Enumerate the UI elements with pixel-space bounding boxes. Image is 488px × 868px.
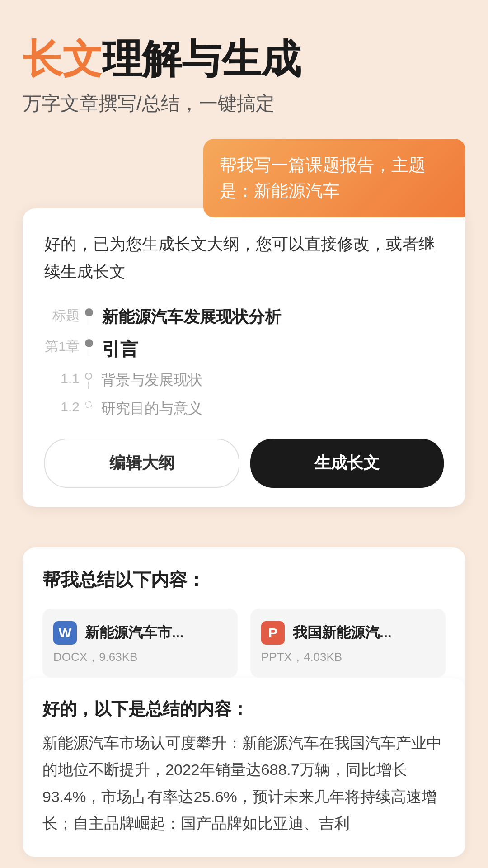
user-bubble-text: 帮我写一篇课题报告，主题是：新能源汽车	[220, 156, 426, 200]
ppt-icon: P	[261, 621, 285, 645]
action-buttons: 编辑大纲 生成长文	[44, 439, 444, 488]
summary-result-label: 好的，以下是总结的内容：	[42, 698, 446, 721]
file-cards-row: W 新能源汽车市... DOCX，9.63KB P	[42, 609, 446, 678]
hero-title: 长文理解与生成	[23, 36, 465, 82]
hero-subtitle: 万字文章撰写/总结，一键搞定	[23, 91, 465, 116]
file1-name: 新能源汽车市...	[85, 623, 184, 643]
file2-name: 我国新能源汽...	[293, 623, 392, 643]
sections-wrapper: 帮我写一篇课题报告，主题是：新能源汽车 好的，已为您生成长文大纲，您可以直接修改…	[23, 139, 465, 857]
file1-meta: DOCX，9.63KB	[53, 649, 227, 665]
outline-dot-ch1	[85, 339, 93, 347]
outline-dot-title	[85, 308, 93, 316]
page-container: 长文理解与生成 万字文章撰写/总结，一键搞定 帮我写一篇课题报告，主题是：新能源…	[0, 0, 488, 868]
file-card-1-header: W 新能源汽车市...	[53, 621, 227, 645]
chat-section: 帮我写一篇课题报告，主题是：新能源汽车 好的，已为您生成长文大纲，您可以直接修改…	[23, 139, 465, 506]
outline-title-value: 新能源汽车发展现状分析	[102, 306, 281, 328]
generate-button[interactable]: 生成长文	[250, 439, 444, 488]
outline-row-sub11: 1.1 背景与发展现状	[44, 370, 444, 390]
hero-section: 长文理解与生成 万字文章撰写/总结，一键搞定	[23, 36, 465, 116]
user-bubble: 帮我写一篇课题报告，主题是：新能源汽车	[203, 139, 465, 217]
edit-outline-button[interactable]: 编辑大纲	[44, 439, 239, 488]
outline-dot-sub11	[85, 373, 92, 380]
hero-title-dark: 理解与生成	[102, 37, 301, 81]
summary-result-card: 好的，以下是总结的内容： 新能源汽车市场认可度攀升：新能源汽车在我国汽车产业中的…	[23, 678, 465, 857]
file-card-1: W 新能源汽车市... DOCX，9.63KB	[42, 609, 238, 678]
file-card-2-header: P 我国新能源汽...	[261, 621, 435, 645]
outline-sub11-value: 背景与发展现状	[101, 370, 202, 390]
outline-sub12-value: 研究目的与意义	[101, 398, 202, 419]
outline-list: 标题 新能源汽车发展现状分析 第1章	[44, 306, 444, 419]
bottom-cards-section: 帮我总结以下内容： W 新能源汽车市... DOCX，9.63KB	[23, 547, 465, 857]
file2-meta: PPTX，4.03KB	[261, 649, 435, 665]
file-card-2: P 我国新能源汽... PPTX，4.03KB	[250, 609, 446, 678]
summary-result-text: 新能源汽车市场认可度攀升：新能源汽车在我国汽车产业中的地位不断提升，2022年销…	[42, 730, 446, 837]
outline-label-sub12: 1.2	[44, 398, 85, 415]
word-icon: W	[53, 621, 77, 645]
ai-card: 好的，已为您生成长文大纲，您可以直接修改，或者继续生成长文 标题 新能源汽车发展…	[23, 208, 465, 506]
outline-label-ch1: 第1章	[44, 336, 85, 356]
summarize-label: 帮我总结以下内容：	[42, 567, 446, 592]
outline-dot-sub12	[85, 401, 92, 408]
outline-label-title: 标题	[44, 306, 85, 325]
outline-row-ch1: 第1章 引言	[44, 336, 444, 362]
bottom-section-inner: 帮我总结以下内容： W 新能源汽车市... DOCX，9.63KB	[23, 547, 465, 678]
ai-response-text: 好的，已为您生成长文大纲，您可以直接修改，或者继续生成长文	[44, 230, 444, 285]
outline-row-title: 标题 新能源汽车发展现状分析	[44, 306, 444, 328]
hero-title-highlight: 长文	[23, 37, 102, 81]
outline-row-sub12: 1.2 研究目的与意义	[44, 398, 444, 419]
outline-ch1-value: 引言	[102, 336, 138, 362]
outline-label-sub11: 1.1	[44, 370, 85, 386]
